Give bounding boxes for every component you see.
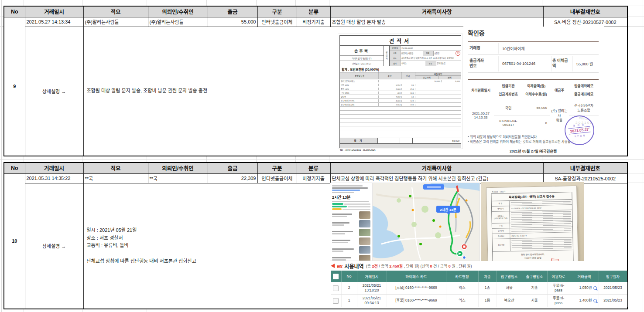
gridline xyxy=(147,309,147,312)
item-qty: 4,000 xyxy=(379,100,402,102)
company-label: 상호 xyxy=(390,51,401,56)
receipt-label: 개최장소 (시위·행진의 진로) xyxy=(492,211,510,223)
usage-class: 1종 xyxy=(478,295,497,307)
col-header-approval: 내부결재번호 xyxy=(543,163,627,173)
gridline xyxy=(329,0,329,6)
item-name: 친구톡(텍스트형) xyxy=(340,99,379,102)
magnifier-icon[interactable] xyxy=(593,299,597,302)
quote-item-row: 알리고문자서비스50,0005,000 xyxy=(340,79,461,83)
gridline xyxy=(628,183,644,183)
tax-header: 세액 xyxy=(438,76,461,79)
item-price: 12.5 xyxy=(402,100,415,102)
cell-amount: 22,309 xyxy=(208,173,257,183)
usage-lane: 후불Hi- pass xyxy=(547,295,570,307)
quote-item-row: 친구톡(텍스트형)4,00012.5 xyxy=(340,99,461,103)
magnifier-icon[interactable] xyxy=(593,286,597,290)
reg-no: 752-86-00032 xyxy=(401,46,461,51)
usage-lane: 후불Hi- pass xyxy=(547,282,570,295)
price-header: 단가 xyxy=(402,72,415,79)
cell-amount: 55,000 xyxy=(208,17,257,27)
route-step-thumbnail xyxy=(359,237,370,245)
quote-item-row: 친구톡(이미지형)2,56419.5 xyxy=(340,103,461,107)
qty-header: 수량 xyxy=(379,72,402,79)
company-seal-stamp: 인 xyxy=(456,51,460,56)
route-legend xyxy=(332,208,370,210)
total-amount-label: 총 이체금 액 xyxy=(551,56,573,71)
blurred-text xyxy=(511,201,571,204)
quote-total-value: 55,000 xyxy=(413,138,461,143)
receipt-label: 참고사항 xyxy=(493,239,511,251)
col-header-note: 거래특이사항 xyxy=(330,163,543,173)
row-checkbox[interactable] xyxy=(333,298,339,304)
col-header-amount: 출금 xyxy=(208,163,257,173)
transfer-amount-value: 55,000 xyxy=(523,100,550,115)
select-all-cell xyxy=(331,271,341,282)
col-header-summary: 적요 xyxy=(83,163,148,173)
item-qty: 5,952 xyxy=(379,84,402,86)
item-price: 6.5 xyxy=(402,96,415,98)
quote-total-label: 합 계 xyxy=(340,138,378,143)
cell-approval: SA-비용 정산-20210527-0002 xyxy=(543,17,627,27)
quote-footer-band xyxy=(340,144,461,148)
quote-item-row: 단문 SMS5,9528.4 xyxy=(340,83,461,87)
row-checkbox[interactable] xyxy=(333,285,339,291)
col-header-category: 분류 xyxy=(297,6,330,17)
detail-label: 상세설명 → xyxy=(25,183,83,309)
map-canvas: 2시간 13분 xyxy=(373,183,480,261)
cell-datetime: 2021.05.27 14:13:34 xyxy=(25,17,83,27)
col-header-amount: 출금 xyxy=(208,6,257,17)
route-step xyxy=(332,229,370,236)
route-step-thumbnail xyxy=(359,246,370,254)
route-panel-text-bar xyxy=(332,190,360,191)
col-header-approval: 내부결재번호 xyxy=(543,6,627,17)
receipt-label: 개최일시 xyxy=(492,206,510,211)
cell-client: (주)알리는사람들 xyxy=(148,17,208,27)
gridline xyxy=(628,6,644,6)
col-header-method: 구분 xyxy=(257,163,297,173)
route-panel-text-bar xyxy=(332,187,368,189)
usage-col-exit: 출구영업소 xyxy=(522,271,547,282)
route-step-thumbnail xyxy=(359,211,370,219)
quote-empty-row xyxy=(340,134,461,138)
bank-stamp-top-text: 출 력 점 xyxy=(573,123,585,127)
ex-logo-text: ex xyxy=(337,263,342,269)
gridline xyxy=(628,173,644,173)
quote-empty-row xyxy=(340,111,461,115)
deposit-account-header: 입금계좌번호 xyxy=(494,92,523,96)
cell-datetime: 2021.05.31 14:35:22 xyxy=(25,173,83,183)
address: 서울특별시 성동구 마장로7길 15-1, 지층 101호(성수동2가, 효정빌… xyxy=(401,56,461,61)
transfer-fee-header: 이체수수료(원) xyxy=(523,92,550,96)
quote-empty-row xyxy=(340,107,461,111)
gridline xyxy=(256,156,257,162)
withdraw-memo-header: 출금계좌메모 xyxy=(569,92,599,96)
quote-date: 견적일자 : 2021-05-27 xyxy=(340,61,384,66)
route-duration-badge-text: 2시간 13분 xyxy=(440,207,456,212)
item: 문자전송업 xyxy=(436,61,461,66)
select-all-checkbox[interactable] xyxy=(333,274,339,279)
route-legend xyxy=(332,203,370,205)
gridline xyxy=(1,0,2,312)
item-tax: 5,000 xyxy=(442,80,461,82)
company-name: ㈜알리는사람들 xyxy=(401,51,423,56)
gridline xyxy=(147,156,147,162)
quote-empty-row xyxy=(340,119,461,122)
item-price: 19.5 xyxy=(402,104,415,106)
transfer-amount-header: 이체금액(원) xyxy=(523,83,550,88)
biz-type-label: 업태 xyxy=(390,61,401,66)
usage-col-amount: 거래금액 xyxy=(570,271,599,282)
route-step-thumbnail xyxy=(359,229,370,236)
item-name-header: 품명및규격 xyxy=(340,72,379,79)
deposit-bank-header: 입금기관 xyxy=(494,83,523,88)
item-price: 8.4 xyxy=(402,84,415,86)
quote-item-row: 그림 MMS40360.0 xyxy=(340,91,461,95)
usage-table: No 거래일시 하이패스 카드 카드별칭 차종 입구영업소 출구영업소 이용차로… xyxy=(331,271,627,307)
quote-tel-fax: TEL : 02-511-4560 FAX : 02-6063-0045 xyxy=(340,149,462,152)
route-panel: 2시간 13분 xyxy=(330,183,373,261)
blurred-text xyxy=(511,223,571,227)
item-qty: 403 xyxy=(379,92,402,94)
total-amount-value: 55,000 원 xyxy=(573,58,596,69)
usage-col-billdate: 청구일자 xyxy=(599,271,627,282)
gridline xyxy=(82,156,82,162)
supply-header: 공급가액 xyxy=(415,76,438,79)
blurred-text xyxy=(511,211,571,222)
